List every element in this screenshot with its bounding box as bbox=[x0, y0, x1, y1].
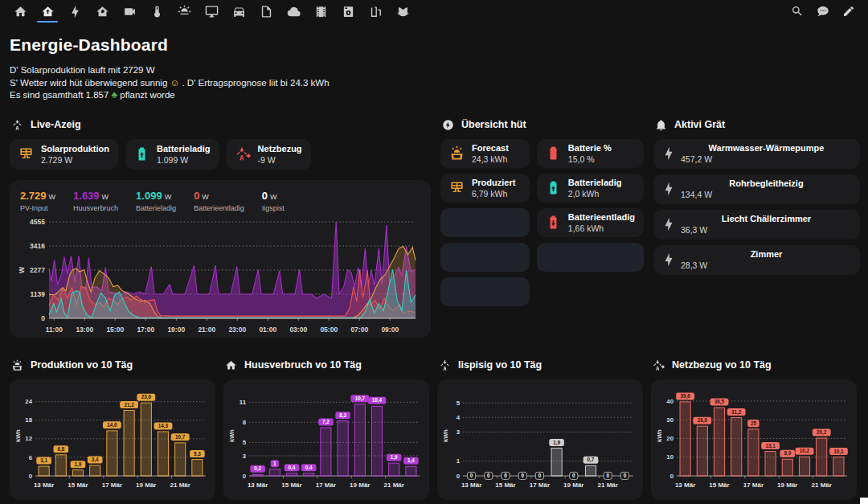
page-title: Energie-Dashboard bbox=[10, 35, 858, 55]
section-header-produktion: Produktion vo 10 Täg bbox=[11, 359, 215, 372]
netzbezug-chart-svg: 010203040kWh13 Mär15 Mär17 Mär19 Mär21 M… bbox=[656, 384, 852, 495]
nav-tab-home-leaf[interactable] bbox=[88, 0, 116, 23]
card-produziert[interactable]: Produziert6,79 kWh bbox=[440, 174, 530, 203]
produktion-chart-card[interactable]: 06121824kWh13 Mär15 Mär17 Mär19 Mär21 Mä… bbox=[10, 379, 215, 500]
tree-emoji: ♣ bbox=[112, 90, 118, 100]
bar-netzbezug-18-m-r bbox=[765, 451, 776, 475]
huusverbruch-chart-card[interactable]: 035811kWh13 Mär15 Mär17 Mär19 Mär21 Mär0… bbox=[223, 379, 429, 500]
bar-netzbezug-21-m-r bbox=[817, 438, 827, 476]
nav-tab-home-energy[interactable] bbox=[34, 0, 61, 23]
card-batterie[interactable]: Batterie %15,0 % bbox=[537, 139, 644, 168]
svg-text:36,5: 36,5 bbox=[714, 399, 725, 405]
nav-tab-cloud[interactable] bbox=[280, 0, 307, 23]
home-energy-icon bbox=[41, 5, 55, 18]
card-forecast[interactable]: Forecast24,3 kWh bbox=[440, 139, 530, 168]
bottom-right-white-box bbox=[860, 498, 868, 504]
stat-unit: W bbox=[49, 193, 56, 201]
card-batterieladig[interactable]: Batterieladig1.099 W bbox=[125, 139, 219, 170]
nav-tab-flash[interactable] bbox=[61, 0, 88, 23]
card-title: Batterieladig bbox=[157, 144, 211, 154]
svg-text:0: 0 bbox=[606, 473, 609, 478]
sun-panel-icon bbox=[11, 359, 23, 371]
live-column: Live-Azeig Solarproduktion2.729 WBatteri… bbox=[10, 118, 431, 338]
door-icon bbox=[369, 5, 383, 18]
empty-card[interactable] bbox=[440, 208, 530, 237]
card-batterieladig[interactable]: Batterieladig2,0 kWh bbox=[537, 174, 644, 203]
nav-tab-thermometer[interactable] bbox=[143, 0, 170, 23]
svg-text:31,2: 31,2 bbox=[731, 408, 742, 415]
svg-text:13 Mär: 13 Mär bbox=[461, 481, 481, 489]
intro-line-2: S' Wetter wird hüt überwiegend sunnig ☺ … bbox=[10, 77, 858, 90]
svg-text:21 Mär: 21 Mär bbox=[598, 481, 618, 489]
nav-tab-door[interactable] bbox=[362, 0, 389, 23]
svg-text:15 Mär: 15 Mär bbox=[68, 481, 88, 489]
nav-tab-car[interactable] bbox=[225, 0, 252, 23]
bar-iispisig-20-m-r bbox=[585, 465, 596, 476]
svg-text:26,6: 26,6 bbox=[698, 417, 708, 424]
card-liecht-ch-llerzimmer[interactable]: Liecht Chällerzimmer36,3 W bbox=[653, 210, 860, 240]
svg-text:23,6: 23,6 bbox=[141, 394, 152, 400]
card-rohrbegleitheizig[interactable]: Rohrbegleitheizig134,4 W bbox=[653, 174, 860, 204]
svg-text:13,1: 13,1 bbox=[765, 442, 776, 449]
iispisig-chart-card[interactable]: 01345kWh13 Mär15 Mär17 Mär19 Mär21 Mär00… bbox=[437, 379, 643, 500]
empty-card[interactable] bbox=[440, 243, 530, 272]
nav-tab-note[interactable] bbox=[252, 0, 280, 23]
battery-down-icon bbox=[546, 215, 561, 230]
card-value: 15,0 % bbox=[568, 154, 612, 164]
section-header-netzbezug: Netzbezug vo 10 Täg bbox=[653, 359, 857, 372]
svg-text:07:00: 07:00 bbox=[350, 326, 368, 334]
transmission-tower-icon bbox=[11, 119, 23, 131]
assist-button[interactable] bbox=[810, 0, 836, 23]
svg-text:39,6: 39,6 bbox=[680, 393, 690, 400]
svg-text:1,9: 1,9 bbox=[391, 454, 398, 461]
card-value: 36,3 W bbox=[681, 225, 852, 235]
svg-text:14,6: 14,6 bbox=[107, 421, 117, 428]
bar-netzbezug-19-m-r bbox=[782, 459, 792, 476]
svg-text:13:00: 13:00 bbox=[76, 326, 93, 334]
tower-arrow-icon bbox=[235, 146, 251, 162]
card-warmwasser-w-rmepumpe[interactable]: Warmwasser-Wärmepumpe457,2 W bbox=[653, 139, 860, 169]
nav-tab-camera[interactable] bbox=[116, 0, 143, 23]
live-history-chart-card[interactable]: 2.729WPV-Input1.639WHuusverbruch1.099WBa… bbox=[10, 180, 431, 338]
iispisig-chart-svg: 01345kWh13 Mär15 Mär17 Mär19 Mär21 Mär00… bbox=[442, 384, 638, 495]
card-text: Warmwasser-Wärmepumpe457,2 W bbox=[681, 143, 852, 164]
svg-text:18: 18 bbox=[25, 416, 32, 424]
card-solarproduktion[interactable]: Solarproduktion2.729 W bbox=[10, 139, 118, 170]
svg-text:0: 0 bbox=[572, 473, 575, 478]
search-button[interactable] bbox=[784, 0, 810, 23]
card-title: Warmwasser-Wärmepumpe bbox=[681, 143, 852, 154]
nav-tab-film[interactable] bbox=[307, 0, 334, 23]
svg-text:19 Mär: 19 Mär bbox=[350, 481, 370, 489]
svg-text:01:00: 01:00 bbox=[259, 326, 276, 334]
nav-tab-cat[interactable] bbox=[389, 0, 416, 23]
chart-title-produktion: Produktion vo 10 Täg bbox=[31, 359, 133, 371]
edit-button[interactable] bbox=[836, 0, 862, 23]
card-title: Batterieentladig bbox=[568, 212, 635, 223]
nav-tab-home[interactable] bbox=[6, 0, 34, 23]
svg-text:10: 10 bbox=[666, 453, 674, 461]
nav-tab-monitor[interactable] bbox=[198, 0, 225, 23]
svg-text:5,3: 5,3 bbox=[194, 450, 201, 457]
svg-text:19 Mär: 19 Mär bbox=[136, 481, 156, 489]
card-batterieentladig[interactable]: Batterieentladig1,66 kWh bbox=[537, 208, 644, 237]
bottom-chart-produktion: Produktion vo 10 Täg06121824kWh13 Mär15 … bbox=[10, 359, 215, 500]
thermometer-icon bbox=[150, 5, 164, 18]
card-zimmer[interactable]: Zimmer28,3 W bbox=[653, 245, 860, 275]
svg-text:10,4: 10,4 bbox=[372, 397, 383, 404]
bar-produktion-15-m-r bbox=[72, 469, 83, 475]
tower-icon bbox=[439, 359, 451, 371]
nav-tab-weather[interactable] bbox=[170, 0, 198, 23]
netzbezug-chart-card[interactable]: 010203040kWh13 Mär15 Mär17 Mär19 Mär21 M… bbox=[651, 379, 857, 500]
bar-produktion-16-m-r bbox=[90, 465, 100, 475]
nav-tab-appliance[interactable] bbox=[334, 0, 362, 23]
intro-line-1: D' Solarproduktion lauft mit 2729 W bbox=[10, 64, 858, 77]
stat-huusverbruch: 1.639WHuusverbruch bbox=[73, 188, 118, 212]
card-text: Batterie %15,0 % bbox=[568, 143, 612, 164]
empty-card[interactable] bbox=[537, 243, 644, 272]
live-line-chart[interactable]: 01139227734164555W11:0013:0015:0017:0019… bbox=[17, 215, 424, 336]
svg-text:1,9: 1,9 bbox=[553, 439, 560, 445]
car-icon bbox=[232, 5, 246, 18]
card-netzbezug[interactable]: Netzbezug-9 W bbox=[227, 139, 311, 170]
empty-card[interactable] bbox=[440, 277, 530, 306]
svg-text:11:00: 11:00 bbox=[46, 326, 63, 334]
